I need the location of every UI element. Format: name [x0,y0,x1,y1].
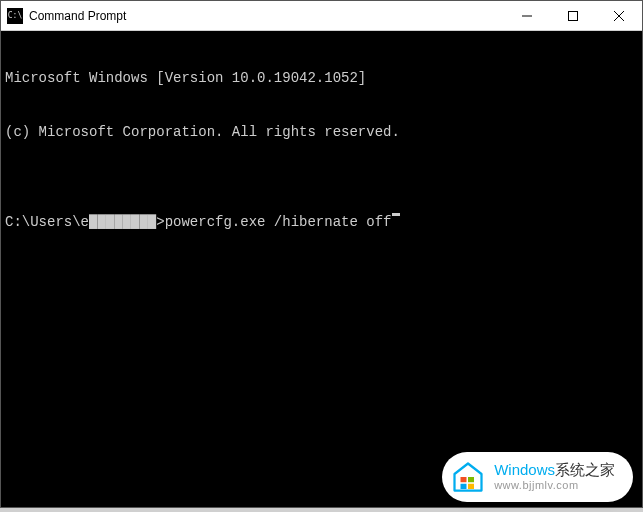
watermark-brand: Windows系统之家 [494,461,615,479]
minimize-icon [522,11,532,21]
terminal-output-line: Microsoft Windows [Version 10.0.19042.10… [5,69,638,87]
watermark-text: Windows系统之家 www.bjjmlv.com [494,461,615,492]
terminal-output-line: (c) Microsoft Corporation. All rights re… [5,123,638,141]
prompt-path-start: C:\Users\e [5,213,89,231]
house-logo-icon [450,459,486,495]
prompt-suffix: > [156,213,164,231]
maximize-icon [568,11,578,21]
command-prompt-window: C:\ Command Prompt Microsoft Windows [Ve… [0,0,643,508]
text-cursor [392,213,400,216]
watermark-badge: Windows系统之家 www.bjjmlv.com [442,452,633,502]
typed-command: powercfg.exe /hibernate off [165,213,392,231]
redacted-username: ████████ [89,213,156,231]
window-controls [504,1,642,30]
svg-rect-6 [461,484,467,489]
terminal-area[interactable]: Microsoft Windows [Version 10.0.19042.10… [1,31,642,507]
watermark-url: www.bjjmlv.com [494,479,615,492]
svg-rect-7 [468,484,474,489]
minimize-button[interactable] [504,1,550,30]
titlebar[interactable]: C:\ Command Prompt [1,1,642,31]
svg-rect-1 [569,11,578,20]
close-button[interactable] [596,1,642,30]
terminal-prompt-line: C:\Users\e████████>powercfg.exe /hiberna… [5,213,638,231]
cmd-icon: C:\ [7,8,23,24]
window-title: Command Prompt [29,9,504,23]
close-icon [614,11,624,21]
svg-rect-5 [468,477,474,482]
maximize-button[interactable] [550,1,596,30]
svg-rect-4 [461,477,467,482]
